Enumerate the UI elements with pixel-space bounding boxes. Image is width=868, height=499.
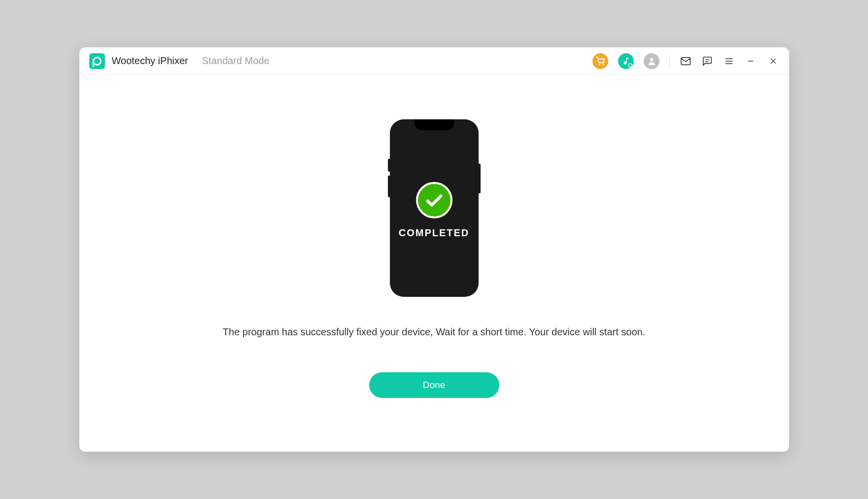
success-checkmark (416, 182, 452, 218)
search-small-icon (627, 63, 633, 69)
account-icon (647, 56, 657, 66)
close-button[interactable] (767, 55, 779, 67)
account-button[interactable] (644, 53, 660, 69)
app-window: Wootechy iPhixer Standard Mode (79, 47, 789, 452)
titlebar: Wootechy iPhixer Standard Mode (79, 47, 789, 75)
svg-line-3 (631, 67, 633, 68)
app-logo (89, 53, 105, 69)
mail-icon (680, 56, 691, 67)
close-icon (769, 57, 777, 65)
feedback-icon (702, 56, 713, 67)
mode-label: Standard Mode (202, 55, 270, 67)
divider (669, 55, 670, 68)
status-message: The program has successfully fixed your … (223, 326, 645, 338)
minimize-button[interactable] (745, 55, 757, 67)
phone-status-text: COMPLETED (399, 227, 470, 239)
minimize-icon (747, 57, 755, 65)
menu-icon (724, 56, 734, 66)
menu-button[interactable] (723, 55, 735, 67)
phone-illustration: COMPLETED (390, 119, 479, 297)
svg-point-4 (650, 58, 653, 61)
music-button[interactable] (618, 53, 634, 69)
mail-button[interactable] (680, 55, 692, 67)
svg-point-0 (599, 64, 600, 65)
done-button[interactable]: Done (369, 372, 499, 398)
cart-button[interactable] (592, 53, 608, 69)
svg-point-2 (628, 64, 632, 67)
check-icon (424, 190, 444, 210)
app-title: Wootechy iPhixer (112, 55, 188, 67)
main-content: COMPLETED The program has successfully f… (79, 75, 789, 452)
window-controls (745, 55, 779, 67)
svg-point-1 (603, 64, 604, 65)
cart-icon (596, 57, 605, 66)
header-actions (592, 53, 779, 69)
feedback-button[interactable] (701, 55, 713, 67)
